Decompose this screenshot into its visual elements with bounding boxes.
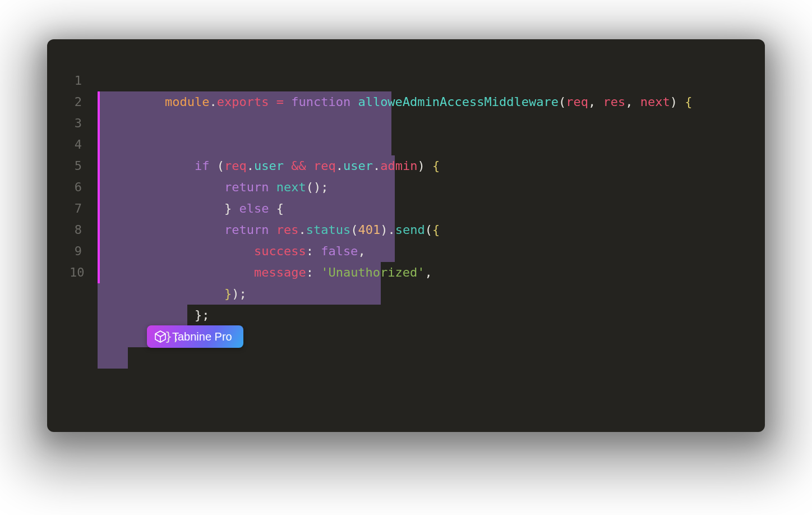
- suggestion-highlight: [98, 262, 128, 369]
- code-line: 3 return next();: [70, 113, 742, 134]
- suggestion-accent-bar: [98, 155, 100, 177]
- line-number: 10: [70, 262, 98, 283]
- suggestion-accent-bar: [98, 91, 100, 113]
- suggestion-accent-bar: [98, 241, 100, 262]
- suggestion-accent-bar: [98, 219, 100, 241]
- line-number: 7: [70, 198, 98, 219]
- line-number: 1: [70, 70, 98, 91]
- suggestion-accent-bar: [98, 177, 100, 198]
- line-number: 8: [70, 219, 98, 241]
- suggestion-accent-bar: [98, 198, 100, 219]
- line-number: 5: [70, 155, 98, 177]
- code-editor-window: 1 module.exports = function alloweAdminA…: [47, 39, 765, 432]
- code-line: 1 module.exports = function alloweAdminA…: [70, 70, 742, 91]
- line-number: 4: [70, 134, 98, 155]
- line-number: 3: [70, 113, 98, 134]
- code-line: 4 } else {: [70, 134, 742, 155]
- badge-label: Tabnine Pro: [172, 330, 232, 343]
- suggestion-accent-bar: [98, 262, 100, 283]
- line-number: 2: [70, 91, 98, 113]
- suggestion-accent-bar: [98, 113, 100, 134]
- line-number: 9: [70, 241, 98, 262]
- suggestion-accent-bar: [98, 134, 100, 155]
- line-number: 6: [70, 177, 98, 198]
- code-area: 1 module.exports = function alloweAdminA…: [70, 70, 742, 283]
